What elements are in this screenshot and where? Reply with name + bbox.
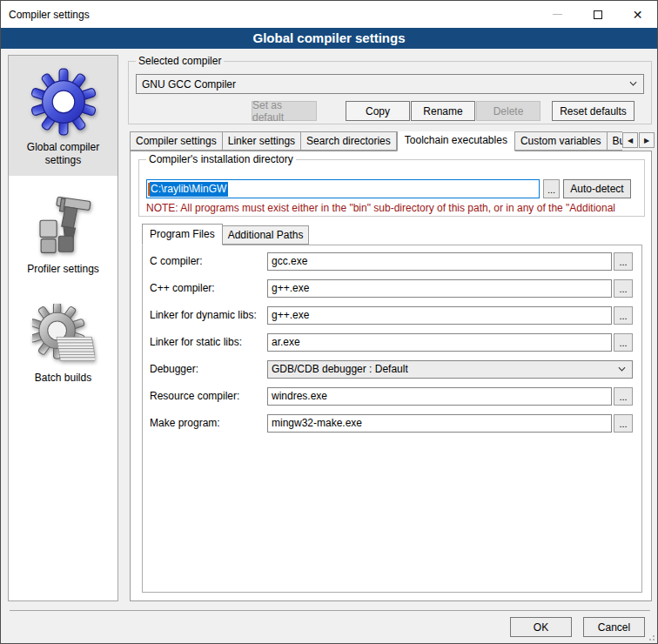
minimize-button[interactable] xyxy=(538,1,577,28)
field-label: Resource compiler: xyxy=(150,390,239,402)
debugger-row: Debugger: GDB/CDB debugger : Default xyxy=(143,360,641,379)
tab-linker-settings[interactable]: Linker settings xyxy=(223,131,301,151)
linker-static-row: Linker for static libs: ar.exe ... xyxy=(143,333,641,352)
title-bar[interactable]: Compiler settings ✕ xyxy=(1,1,657,28)
cancel-button[interactable]: Cancel xyxy=(583,617,645,637)
tab-scroll-left-button[interactable]: ◀ xyxy=(622,132,638,148)
field-label: C++ compiler: xyxy=(150,282,215,294)
tab-program-files[interactable]: Program Files xyxy=(142,224,223,245)
field-label: Debugger: xyxy=(150,363,198,375)
installation-directory-input[interactable]: C:\raylib\MinGW xyxy=(146,179,540,198)
tab-custom-variables[interactable]: Custom variables xyxy=(515,131,608,151)
debugger-select-value: GDB/CDB debugger : Default xyxy=(272,361,408,378)
set-as-default-button[interactable]: Set as default xyxy=(252,101,317,121)
auto-detect-button[interactable]: Auto-detect xyxy=(563,179,631,198)
group-label: Compiler's installation directory xyxy=(146,153,296,165)
installation-directory-group: Compiler's installation directory C:\ray… xyxy=(138,159,645,217)
browse-button[interactable]: ... xyxy=(614,414,633,433)
chevron-down-icon xyxy=(629,81,637,86)
make-program-row: Make program: mingw32-make.exe ... xyxy=(143,414,641,433)
c-compiler-input[interactable]: gcc.exe xyxy=(267,252,612,271)
resource-compiler-input[interactable]: windres.exe xyxy=(267,387,612,406)
cpp-compiler-row: C++ compiler: g++.exe ... xyxy=(143,279,641,298)
footer-divider xyxy=(10,610,650,611)
tab-toolchain-executables[interactable]: Toolchain executables xyxy=(397,131,515,151)
make-program-input[interactable]: mingw32-make.exe xyxy=(267,414,612,433)
tab-build-options-clipped[interactable]: Builc xyxy=(608,131,622,151)
rename-button[interactable]: Rename xyxy=(411,101,475,121)
group-label: Selected compiler xyxy=(136,55,224,67)
resize-grip[interactable] xyxy=(647,633,655,641)
browse-button[interactable]: ... xyxy=(614,279,633,298)
close-button[interactable]: ✕ xyxy=(618,1,657,28)
field-label: Linker for dynamic libs: xyxy=(150,309,257,321)
sidebar-item-label: Profiler settings xyxy=(12,263,114,276)
sidebar-item-label: Global compiler settings xyxy=(12,141,114,167)
sidebar-item-batch-builds[interactable]: Batch builds xyxy=(9,285,118,393)
program-files-page: C compiler: gcc.exe ... C++ compiler: g+… xyxy=(142,245,642,593)
sidebar-item-profiler-settings[interactable]: Profiler settings xyxy=(9,176,118,285)
window-title: Compiler settings xyxy=(9,9,90,21)
right-arrow-icon: ▶ xyxy=(644,137,649,144)
sidebar-item-label: Batch builds xyxy=(12,372,114,385)
field-label: Make program: xyxy=(150,417,220,429)
compiler-select-value: GNU GCC Compiler xyxy=(142,78,236,91)
minimize-icon xyxy=(553,14,562,15)
settings-category-sidebar: Global compiler settings Profiler settin… xyxy=(8,55,118,601)
compiler-settings-dialog: Compiler settings ✕ Global compiler sett… xyxy=(0,0,658,644)
field-label: Linker for static libs: xyxy=(150,336,242,348)
browse-button[interactable]: ... xyxy=(614,387,633,406)
settings-tab-strip: Compiler settings Linker settings Search… xyxy=(130,131,622,151)
blue-gear-icon xyxy=(30,68,97,136)
tab-scroll-right-button[interactable]: ▶ xyxy=(639,132,655,148)
cpp-compiler-input[interactable]: g++.exe xyxy=(267,279,612,298)
reset-defaults-button[interactable]: Reset defaults xyxy=(552,101,634,121)
resource-compiler-row: Resource compiler: windres.exe ... xyxy=(143,387,641,406)
caliper-icon xyxy=(32,195,95,258)
copy-button[interactable]: Copy xyxy=(346,101,410,121)
browse-button[interactable]: ... xyxy=(614,333,633,352)
field-label: C compiler: xyxy=(150,255,203,267)
tab-additional-paths[interactable]: Additional Paths xyxy=(223,225,310,245)
note-text: NOTE: All programs must exist either in … xyxy=(146,202,639,214)
tab-search-directories[interactable]: Search directories xyxy=(301,131,397,151)
debugger-select[interactable]: GDB/CDB debugger : Default xyxy=(267,360,633,379)
close-icon: ✕ xyxy=(633,9,643,21)
browse-directory-button[interactable]: ... xyxy=(543,179,560,198)
chevron-down-icon xyxy=(618,366,626,372)
linker-dynamic-row: Linker for dynamic libs: g++.exe ... xyxy=(143,306,641,325)
maximize-icon xyxy=(594,10,602,19)
linker-static-input[interactable]: ar.exe xyxy=(267,333,612,352)
tab-compiler-settings[interactable]: Compiler settings xyxy=(130,131,223,151)
linker-dynamic-input[interactable]: g++.exe xyxy=(267,306,612,325)
left-arrow-icon: ◀ xyxy=(628,137,633,144)
gray-gear-stack-icon xyxy=(32,304,95,366)
browse-button[interactable]: ... xyxy=(614,252,633,271)
c-compiler-row: C compiler: gcc.exe ... xyxy=(143,252,641,271)
sidebar-item-global-compiler-settings[interactable]: Global compiler settings xyxy=(9,56,118,176)
browse-button[interactable]: ... xyxy=(614,306,633,325)
compiler-select[interactable]: GNU GCC Compiler xyxy=(136,74,644,94)
program-files-tab-strip: Program Files Additional Paths xyxy=(142,225,309,245)
dialog-header: Global compiler settings xyxy=(1,28,657,49)
delete-button[interactable]: Delete xyxy=(476,101,540,121)
ok-button[interactable]: OK xyxy=(510,617,572,637)
selected-text: C:\raylib\MinGW xyxy=(150,182,228,197)
maximize-button[interactable] xyxy=(578,1,617,28)
